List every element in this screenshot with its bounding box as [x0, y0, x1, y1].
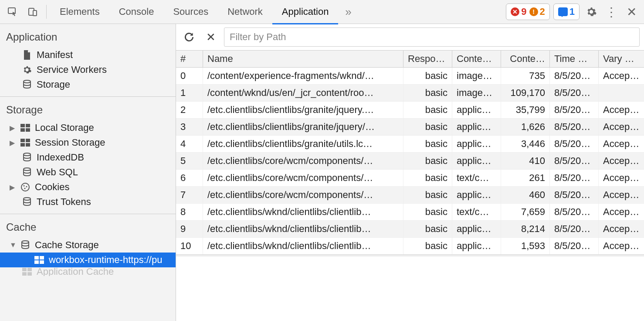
cell-vary: Accep… [599, 102, 644, 118]
cell-index: 8 [176, 204, 203, 220]
col-response-type[interactable]: Respo… [403, 51, 452, 67]
cell-name: /etc.clientlibs/clientlibs/granite/utils… [203, 136, 403, 152]
divider [46, 5, 47, 19]
cell-index: 3 [176, 119, 203, 135]
cell-vary: Accep… [599, 204, 644, 220]
cell-content-type: applic… [452, 238, 501, 254]
table-icon [20, 139, 31, 147]
cell-response-type: basic [403, 170, 452, 186]
error-count: 9 [521, 6, 526, 17]
inspect-element-icon[interactable] [3, 2, 23, 22]
table-row[interactable]: 4/etc.clientlibs/clientlibs/granite/util… [176, 136, 644, 153]
filter-input[interactable] [224, 27, 640, 47]
file-icon [22, 50, 32, 60]
table-row[interactable]: 2/etc.clientlibs/clientlibs/granite/jque… [176, 102, 644, 119]
cell-response-type: basic [403, 187, 452, 203]
table-row[interactable]: 5/etc.clientlibs/core/wcm/components/…ba… [176, 153, 644, 170]
cell-vary: Accep… [599, 221, 644, 237]
section-storage: Storage ▶ Local Storage ▶ Session Storag… [0, 97, 176, 214]
sidebar-item-manifest[interactable]: Manifest [0, 48, 176, 62]
issues-count: 1 [569, 6, 575, 17]
sidebar-item-cookies[interactable]: ▶ Cookies [0, 180, 176, 195]
cell-time: 8/5/20… [550, 85, 599, 101]
sidebar-item-storage[interactable]: Storage [0, 77, 176, 92]
sidebar-label: workbox-runtime-https://pu [49, 254, 162, 266]
table-row[interactable]: 6/etc.clientlibs/core/wcm/components/…ba… [176, 170, 644, 187]
issues-badge[interactable]: 1 [553, 3, 580, 20]
cell-vary: Accep… [599, 136, 644, 152]
sidebar-item-web-sql[interactable]: Web SQL [0, 165, 176, 180]
svg-rect-22 [40, 256, 44, 260]
svg-point-14 [24, 168, 31, 171]
sidebar-item-indexeddb[interactable]: IndexedDB [0, 150, 176, 165]
cell-response-type: basic [403, 119, 452, 135]
cookie-icon [20, 182, 31, 192]
sidebar-item-service-workers[interactable]: Service Workers [0, 62, 176, 77]
svg-rect-9 [20, 139, 25, 142]
col-content-type[interactable]: Conte… [452, 51, 501, 67]
tab-network[interactable]: Network [218, 0, 272, 24]
console-status-badge[interactable]: ✕9 !2 [506, 3, 550, 20]
col-index[interactable]: # [176, 51, 203, 67]
table-row[interactable]: 7/etc.clientlibs/core/wcm/components/…ba… [176, 187, 644, 204]
sidebar-label: Session Storage [35, 137, 105, 148]
cell-vary: Accep… [599, 187, 644, 203]
cell-response-type: basic [403, 136, 452, 152]
table-row[interactable]: 9/etc.clientlibs/wknd/clientlibs/clientl… [176, 221, 644, 238]
settings-icon[interactable] [581, 2, 601, 22]
cell-content-type: applic… [452, 102, 501, 118]
cell-index: 0 [176, 68, 203, 84]
col-vary-header[interactable]: Vary H… [599, 51, 644, 67]
table-row[interactable]: 10/etc.clientlibs/wknd/clientlibs/client… [176, 238, 644, 255]
sidebar-item-local-storage[interactable]: ▶ Local Storage [0, 120, 176, 135]
sidebar-item-cache-storage[interactable]: ▼ Cache Storage [0, 238, 176, 253]
cell-vary: Accep… [599, 153, 644, 169]
table-row[interactable]: 8/etc.clientlibs/wknd/clientlibs/clientl… [176, 204, 644, 221]
sidebar-item-session-storage[interactable]: ▶ Session Storage [0, 135, 176, 150]
sidebar-label: Local Storage [35, 122, 94, 133]
sidebar-item-application-cache[interactable]: Application Cache [0, 267, 176, 276]
tab-console[interactable]: Console [109, 0, 164, 24]
kebab-menu-icon[interactable]: ⋮ [601, 2, 621, 22]
delete-icon[interactable]: ✕ [202, 28, 220, 46]
svg-point-15 [21, 183, 29, 191]
table-row[interactable]: 1/content/wknd/us/en/_jcr_content/roo…ba… [176, 85, 644, 102]
cell-response-type: basic [403, 68, 452, 84]
col-name[interactable]: Name [203, 51, 403, 67]
cell-content-length: 35,799 [501, 102, 550, 118]
cell-vary: Accep… [599, 238, 644, 254]
more-tabs-icon[interactable]: » [338, 2, 358, 22]
tab-elements[interactable]: Elements [50, 0, 109, 24]
expand-icon[interactable]: ▶ [10, 139, 16, 147]
cell-content-type: applic… [452, 187, 501, 203]
refresh-icon[interactable] [180, 28, 198, 46]
svg-rect-27 [22, 272, 27, 276]
svg-point-13 [24, 153, 31, 156]
expand-icon[interactable]: ▶ [10, 124, 16, 132]
collapse-icon[interactable]: ▼ [10, 241, 16, 249]
device-toolbar-icon[interactable] [23, 2, 43, 22]
svg-rect-2 [33, 10, 37, 16]
svg-rect-21 [34, 256, 39, 260]
col-time-cached[interactable]: Time … [550, 51, 599, 67]
tab-application[interactable]: Application [272, 0, 339, 24]
expand-icon[interactable]: ▶ [10, 183, 16, 191]
sidebar-cache-entry-selected[interactable]: workbox-runtime-https://pu [0, 253, 176, 267]
tab-sources[interactable]: Sources [163, 0, 218, 24]
cell-name: /etc.clientlibs/core/wcm/components/… [203, 170, 403, 186]
close-devtools-icon[interactable]: ✕ [621, 2, 641, 22]
col-content-length[interactable]: Conte… [501, 51, 550, 67]
cell-response-type: basic [403, 238, 452, 254]
cell-content-length: 1,593 [501, 238, 550, 254]
sidebar-item-trust-tokens[interactable]: Trust Tokens [0, 195, 176, 209]
sidebar-label: IndexedDB [37, 152, 84, 163]
svg-rect-5 [20, 124, 25, 127]
cell-content-type: applic… [452, 136, 501, 152]
sidebar-label: Storage [37, 79, 70, 90]
sidebar-label: Trust Tokens [37, 196, 91, 208]
table-row[interactable]: 0/content/experience-fragments/wknd/…bas… [176, 68, 644, 85]
table-row[interactable]: 3/etc.clientlibs/clientlibs/granite/jque… [176, 119, 644, 136]
cell-name: /etc.clientlibs/wknd/clientlibs/clientli… [203, 204, 403, 220]
section-title-application: Application [0, 29, 176, 48]
cell-content-type: text/c… [452, 170, 501, 186]
